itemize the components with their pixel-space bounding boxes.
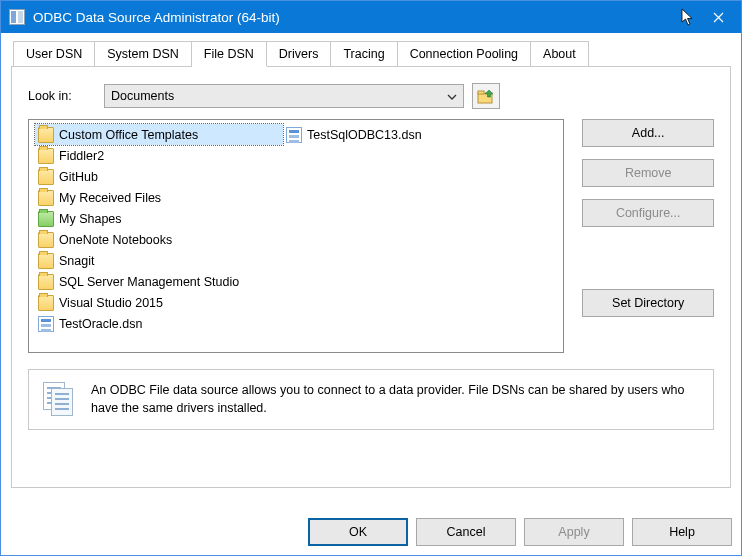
folder-item[interactable]: SQL Server Management Studio — [35, 271, 283, 292]
svg-rect-1 — [478, 91, 484, 94]
tab-file-dsn[interactable]: File DSN — [192, 41, 267, 67]
look-in-label: Look in: — [28, 89, 96, 103]
tab-system-dsn[interactable]: System DSN — [95, 41, 192, 67]
file-label: TestOracle.dsn — [59, 317, 142, 331]
spacer — [582, 239, 714, 277]
folder-label: Visual Studio 2015 — [59, 296, 163, 310]
folder-item[interactable]: Fiddler2 — [35, 145, 283, 166]
file-label: TestSqlODBC13.dsn — [307, 128, 422, 142]
folder-label: Custom Office Templates — [59, 128, 198, 142]
info-icon — [43, 382, 77, 416]
close-icon — [713, 12, 724, 23]
tab-connection-pooling[interactable]: Connection Pooling — [398, 41, 531, 67]
folder-item[interactable]: GitHub — [35, 166, 283, 187]
look-in-value: Documents — [111, 89, 174, 103]
folder-icon — [38, 253, 54, 269]
remove-button: Remove — [582, 159, 714, 187]
tab-strip: User DSNSystem DSNFile DSNDriversTracing… — [11, 41, 731, 66]
folder-item[interactable]: My Received Files — [35, 187, 283, 208]
folder-label: GitHub — [59, 170, 98, 184]
folder-label: My Received Files — [59, 191, 161, 205]
configure-button: Configure... — [582, 199, 714, 227]
cancel-button[interactable]: Cancel — [416, 518, 516, 546]
set-directory-button[interactable]: Set Directory — [582, 289, 714, 317]
window-title: ODBC Data Source Administrator (64-bit) — [33, 10, 675, 25]
info-panel: An ODBC File data source allows you to c… — [28, 369, 714, 430]
folder-item[interactable]: Visual Studio 2015 — [35, 292, 283, 313]
ok-button[interactable]: OK — [308, 518, 408, 546]
info-text: An ODBC File data source allows you to c… — [91, 382, 699, 417]
tab-panel-file-dsn: Look in: Documents Custom Office Templat… — [11, 66, 731, 488]
tab-user-dsn[interactable]: User DSN — [13, 41, 95, 67]
folder-label: SQL Server Management Studio — [59, 275, 239, 289]
main-row: Custom Office TemplatesFiddler2GitHubMy … — [28, 119, 714, 353]
tab-drivers[interactable]: Drivers — [267, 41, 332, 67]
cursor-icon — [681, 8, 695, 29]
file-item[interactable]: TestSqlODBC13.dsn — [283, 124, 531, 145]
file-list[interactable]: Custom Office TemplatesFiddler2GitHubMy … — [28, 119, 564, 353]
look-in-row: Look in: Documents — [28, 83, 714, 109]
folder-item[interactable]: My Shapes — [35, 208, 283, 229]
apply-button: Apply — [524, 518, 624, 546]
up-folder-button[interactable] — [472, 83, 500, 109]
dsn-file-icon — [286, 127, 302, 143]
folder-item[interactable]: Custom Office Templates — [35, 124, 283, 145]
dialog-buttons: OK Cancel Apply Help — [308, 518, 732, 546]
folder-icon — [38, 232, 54, 248]
add-button[interactable]: Add... — [582, 119, 714, 147]
app-icon — [9, 9, 25, 25]
folder-icon — [38, 127, 54, 143]
side-buttons: Add... Remove Configure... Set Directory — [582, 119, 714, 353]
folder-icon — [38, 148, 54, 164]
tab-about[interactable]: About — [531, 41, 589, 67]
tab-tracing[interactable]: Tracing — [331, 41, 397, 67]
help-button[interactable]: Help — [632, 518, 732, 546]
folder-icon — [38, 274, 54, 290]
up-folder-icon — [477, 88, 495, 104]
folder-item[interactable]: OneNote Notebooks — [35, 229, 283, 250]
folder-item[interactable]: Snagit — [35, 250, 283, 271]
folder-icon — [38, 295, 54, 311]
look-in-combo[interactable]: Documents — [104, 84, 464, 108]
file-item[interactable]: TestOracle.dsn — [35, 313, 283, 334]
folder-label: Fiddler2 — [59, 149, 104, 163]
titlebar: ODBC Data Source Administrator (64-bit) — [1, 1, 741, 33]
dsn-file-icon — [38, 316, 54, 332]
close-button[interactable] — [695, 1, 741, 33]
chevron-down-icon — [447, 89, 457, 103]
folder-label: OneNote Notebooks — [59, 233, 172, 247]
folder-label: My Shapes — [59, 212, 122, 226]
folder-label: Snagit — [59, 254, 94, 268]
folder-icon — [38, 169, 54, 185]
folder-special-icon — [38, 211, 54, 227]
dialog-body: User DSNSystem DSNFile DSNDriversTracing… — [1, 33, 741, 498]
folder-icon — [38, 190, 54, 206]
